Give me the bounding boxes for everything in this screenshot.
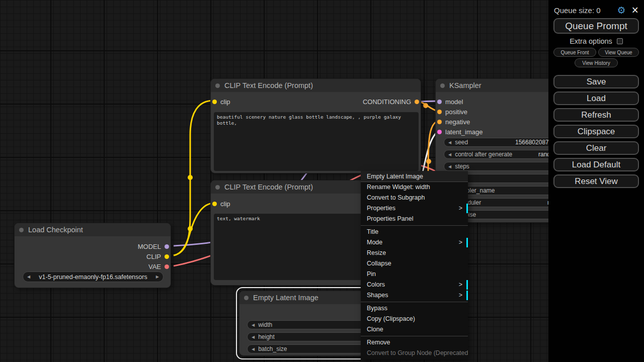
load-default-button[interactable]: Load Default: [553, 158, 639, 171]
port-clip-output[interactable]: CLIP: [146, 253, 169, 260]
widget-label: control after generate: [455, 151, 512, 158]
port-dot-icon[interactable]: [415, 100, 419, 104]
port-dot-icon[interactable]: [165, 244, 169, 249]
port-label: clip: [220, 98, 230, 106]
chevron-left-icon[interactable]: ◀: [27, 275, 30, 279]
clipspace-button[interactable]: Clipspace: [553, 125, 639, 138]
menu-item-properties-panel[interactable]: Properties Panel: [361, 214, 468, 224]
port-vae-output[interactable]: VAE: [148, 263, 169, 270]
context-menu: Empty Latent Image Rename Widget: width …: [361, 171, 468, 359]
port-dot-icon[interactable]: [165, 264, 169, 269]
menu-item-clone[interactable]: Clone: [361, 324, 468, 335]
menu-item-collapse[interactable]: Collapse: [361, 258, 468, 269]
gear-icon[interactable]: ⚙: [617, 6, 626, 15]
widget-label: batch_size: [258, 345, 287, 352]
port-dot-icon[interactable]: [437, 100, 442, 104]
menu-item-convert-to-group-node[interactable]: Convert to Group Node (Deprecated): [361, 348, 468, 358]
node-header[interactable]: Load Checkpoint: [15, 223, 171, 236]
view-queue-button[interactable]: View Queue: [598, 48, 639, 57]
submenu-arrow-icon: >: [459, 237, 462, 248]
port-clip-input[interactable]: clip: [212, 200, 230, 207]
port-label: MODEL: [138, 243, 161, 250]
port-dot-icon[interactable]: [165, 254, 169, 259]
queue-front-button[interactable]: Queue Front: [553, 48, 596, 57]
link-midpoint-dot[interactable]: [188, 175, 193, 180]
node-title: CLIP Text Encode (Prompt): [224, 183, 313, 191]
wire-clip-to-positive-prompt: [174, 101, 213, 255]
port-model-output[interactable]: MODEL: [138, 243, 169, 250]
submenu-indicator: [466, 280, 468, 290]
menu-item-bypass[interactable]: Bypass: [361, 303, 468, 314]
menu-item-resize[interactable]: Resize: [361, 248, 468, 258]
widget-value: 1566802087: [515, 139, 549, 146]
widget-ckpt-name[interactable]: ◀ v1-5-pruned-emaonly-fp16.safetensors ▶: [23, 272, 164, 282]
node-collapse-dot-icon[interactable]: [244, 296, 249, 300]
node-load-checkpoint[interactable]: Load Checkpoint MODEL CLIP VAE ◀ v1-5-pr…: [14, 223, 171, 288]
node-collapse-dot-icon[interactable]: [215, 83, 220, 88]
link-midpoint-dot[interactable]: [423, 103, 428, 108]
node-collapse-dot-icon[interactable]: [215, 185, 220, 190]
clear-button[interactable]: Clear: [553, 141, 639, 155]
wire-clip-to-negative-prompt: [174, 203, 213, 255]
chevron-left-icon[interactable]: ◀: [252, 323, 255, 327]
port-dot-icon[interactable]: [212, 202, 217, 206]
queue-prompt-button[interactable]: Queue Prompt: [553, 18, 639, 34]
menu-item-shapes[interactable]: Shapes >: [361, 290, 468, 301]
port-latent-image-input[interactable]: latent_image: [437, 128, 482, 135]
save-button[interactable]: Save: [553, 75, 639, 88]
port-dot-icon[interactable]: [437, 130, 442, 134]
submenu-indicator: [466, 238, 468, 247]
menu-item-pin[interactable]: Pin: [361, 269, 468, 280]
menu-item-properties[interactable]: Properties >: [361, 203, 468, 214]
port-conditioning-output[interactable]: CONDITIONING: [363, 98, 419, 105]
port-label: CLIP: [146, 253, 161, 260]
chevron-right-icon[interactable]: ▶: [156, 275, 159, 279]
link-midpoint-dot[interactable]: [188, 226, 193, 231]
port-label: negative: [445, 118, 470, 126]
node-title: KSampler: [449, 81, 481, 89]
submenu-indicator: [466, 204, 468, 213]
menu-item-copy-clipspace[interactable]: Copy (Clipspace): [361, 314, 468, 324]
menu-separator: [361, 302, 468, 302]
extra-options-label: Extra options: [570, 37, 612, 45]
extra-options-checkbox[interactable]: [617, 38, 623, 44]
port-label: latent_image: [445, 128, 482, 136]
port-positive-input[interactable]: positive: [437, 108, 467, 115]
load-button[interactable]: Load: [553, 92, 639, 105]
chevron-left-icon[interactable]: ◀: [448, 140, 451, 145]
chevron-left-icon[interactable]: ◀: [448, 152, 451, 157]
node-collapse-dot-icon[interactable]: [19, 228, 24, 232]
menu-item-mode[interactable]: Mode >: [361, 237, 468, 248]
view-history-button[interactable]: View History: [575, 58, 618, 67]
port-clip-input[interactable]: clip: [212, 98, 230, 105]
port-dot-icon[interactable]: [437, 110, 442, 114]
widget-label: steps: [455, 163, 469, 170]
menu-item-remove[interactable]: Remove: [361, 337, 468, 348]
comfyui-app: Load Checkpoint MODEL CLIP VAE ◀ v1-5-pr…: [0, 0, 644, 362]
node-clip-text-encode-positive[interactable]: CLIP Text Encode (Prompt) clip CONDITION…: [210, 78, 421, 173]
port-label: VAE: [148, 263, 161, 270]
port-model-input[interactable]: model: [437, 98, 463, 105]
submenu-indicator: [466, 291, 468, 300]
prompt-text-input[interactable]: beautiful scenery nature glass bottle la…: [214, 112, 419, 171]
node-collapse-dot-icon[interactable]: [440, 83, 445, 88]
menu-item-convert-to-subgraph[interactable]: Convert to Subgraph: [361, 193, 468, 203]
node-title: CLIP Text Encode (Prompt): [224, 81, 313, 89]
chevron-left-icon[interactable]: ◀: [448, 164, 451, 169]
chevron-left-icon[interactable]: ◀: [252, 335, 255, 339]
close-icon[interactable]: ×: [632, 5, 638, 16]
context-menu-title: Empty Latent Image: [361, 171, 468, 182]
refresh-button[interactable]: Refresh: [553, 108, 639, 122]
port-label: CONDITIONING: [363, 98, 411, 106]
port-negative-input[interactable]: negative: [437, 118, 470, 125]
menu-item-colors[interactable]: Colors >: [361, 280, 468, 290]
port-dot-icon[interactable]: [437, 120, 442, 124]
chevron-left-icon[interactable]: ◀: [252, 347, 255, 351]
queue-size-label: Queue size: 0: [554, 6, 617, 15]
reset-view-button[interactable]: Reset View: [553, 174, 639, 188]
link-midpoint-dot[interactable]: [426, 159, 431, 164]
menu-item-title[interactable]: Title: [361, 227, 468, 237]
port-dot-icon[interactable]: [212, 100, 217, 104]
node-header[interactable]: CLIP Text Encode (Prompt): [211, 79, 421, 92]
menu-item-rename-widget[interactable]: Rename Widget: width: [361, 182, 468, 193]
